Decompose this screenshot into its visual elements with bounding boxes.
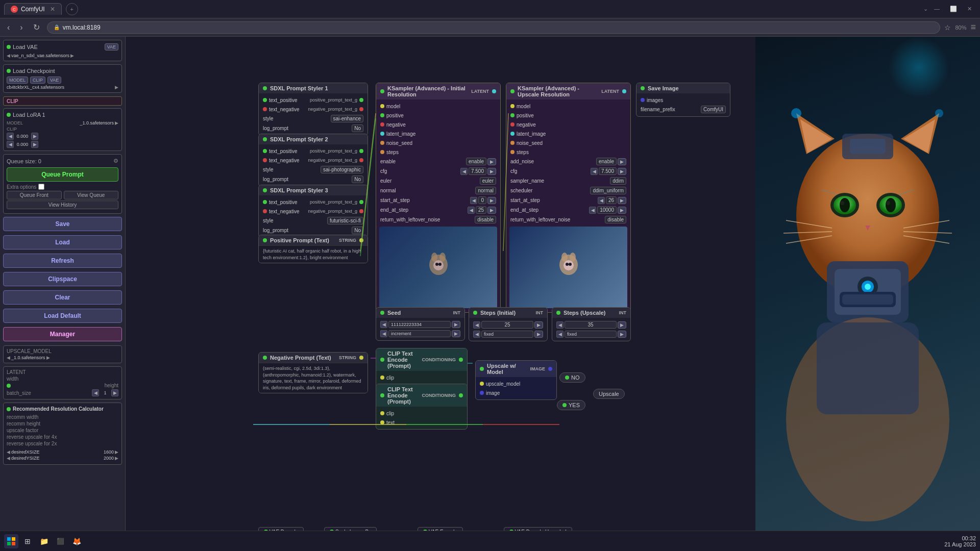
lora-val1-dec[interactable]: ◀: [7, 133, 14, 140]
start-button[interactable]: [4, 534, 18, 548]
clipspace-button[interactable]: Clipspace: [3, 272, 122, 286]
svg-point-36: [886, 201, 890, 205]
steps2-dec[interactable]: ◀: [556, 321, 564, 329]
k1-cfg-inc[interactable]: ▶: [487, 168, 496, 175]
k1-end-inc[interactable]: ▶: [487, 207, 496, 214]
maximize-button[interactable]: ⬜: [946, 5, 961, 13]
load-button[interactable]: Load: [3, 235, 122, 249]
new-tab-button[interactable]: +: [66, 3, 78, 15]
desiredx-next[interactable]: ▶: [115, 449, 118, 455]
yes-button[interactable]: YES: [557, 400, 585, 410]
sdxl2-neg-out-port: [359, 158, 363, 162]
k2-cfg-dec[interactable]: ◀: [591, 168, 598, 175]
checkpoint-next[interactable]: ▶: [115, 85, 118, 90]
minimize-button[interactable]: —: [930, 5, 944, 13]
active-tab[interactable]: C ComfyUI ✕: [4, 3, 62, 15]
k1-start-inc[interactable]: ▶: [487, 197, 496, 204]
manager-button[interactable]: Manager: [3, 327, 122, 341]
upscale-lora-row: ◀ _1.0.safetensors ▶: [7, 355, 118, 361]
k2-end-dec[interactable]: ◀: [589, 207, 596, 214]
svg-rect-54: [7, 542, 11, 545]
save-button[interactable]: Save: [3, 217, 122, 231]
save-prefix-value[interactable]: ComfyUI: [701, 106, 726, 113]
reload-button[interactable]: ↻: [30, 21, 43, 33]
clear-button[interactable]: Clear: [3, 290, 122, 305]
gear-icon[interactable]: ⚙: [113, 158, 118, 164]
k2-cfg-inc[interactable]: ▶: [618, 168, 626, 175]
steps2-inc[interactable]: ▶: [618, 321, 626, 329]
steps1-inc[interactable]: ▶: [534, 321, 543, 329]
seed-inc[interactable]: ▶: [452, 321, 460, 328]
tab-close[interactable]: ✕: [50, 6, 55, 13]
upscale-prev[interactable]: ◀: [7, 355, 10, 360]
sdxl2-log-value[interactable]: No: [352, 176, 363, 183]
refresh-button[interactable]: Refresh: [3, 254, 122, 268]
k2-sampler-value[interactable]: ddim: [610, 177, 626, 185]
k1-sampler-value[interactable]: euler: [480, 177, 496, 185]
seed-ctrl-dec[interactable]: ◀: [380, 330, 387, 337]
seed-ctrl-inc[interactable]: ▶: [452, 330, 460, 337]
k2-start-inc[interactable]: ▶: [618, 197, 626, 204]
k1-return-value[interactable]: disable: [475, 216, 496, 223]
browser-menu[interactable]: ≡: [970, 22, 976, 33]
view-history-button[interactable]: View History: [7, 201, 118, 209]
k1-scheduler-value[interactable]: normal: [475, 187, 496, 194]
lora-val2-inc[interactable]: ▶: [31, 141, 38, 148]
k1-end-dec[interactable]: ◀: [468, 207, 475, 214]
steps2-ctrl-inc[interactable]: ▶: [618, 331, 626, 338]
k1-latent-label: latent_image: [386, 131, 415, 137]
lora-next[interactable]: ▶: [115, 120, 118, 126]
view-queue-button[interactable]: View Queue: [64, 191, 119, 199]
steps1-dec[interactable]: ◀: [473, 321, 480, 329]
lora-val2-dec[interactable]: ◀: [7, 141, 14, 148]
close-button[interactable]: ✕: [963, 5, 976, 13]
k1-addnoise-toggle[interactable]: ▶: [487, 158, 496, 165]
batch-dec[interactable]: ◀: [92, 389, 99, 396]
sdxl1-log-value[interactable]: No: [352, 124, 363, 132]
address-bar[interactable]: 🔒 vm.local:8189: [47, 21, 941, 34]
forward-button[interactable]: ›: [17, 22, 26, 33]
taskbar-search[interactable]: ⊞: [20, 534, 35, 548]
extra-options-checkbox[interactable]: [38, 184, 44, 190]
seed-dec[interactable]: ◀: [380, 321, 387, 328]
batch-inc[interactable]: ▶: [111, 389, 118, 396]
sdxl3-style-value[interactable]: futuristic-sci-fi: [327, 217, 363, 224]
k1-addnoise-value[interactable]: enable: [466, 158, 486, 165]
bookmark-icon[interactable]: ☆: [944, 23, 951, 32]
desiredx-prev[interactable]: ◀: [7, 449, 10, 455]
steps2-ctrl-dec[interactable]: ◀: [556, 331, 564, 338]
steps1-ctrl-inc[interactable]: ▶: [534, 331, 543, 338]
k1-return-label: return_with_leftover_noise: [380, 217, 440, 222]
upscale-label-btn[interactable]: Upscale: [593, 389, 625, 399]
sdxl1-style-value[interactable]: sai-enhance: [331, 115, 363, 122]
k2-return-value[interactable]: disable: [605, 216, 626, 223]
k1-cfg-dec[interactable]: ◀: [460, 168, 468, 175]
load-checkpoint-node: Load Checkpoint MODEL CLIP VAE cb4tckbrX…: [3, 64, 122, 93]
vae-prev-btn[interactable]: ◀: [7, 53, 10, 58]
queue-prompt-button[interactable]: Queue Prompt: [7, 167, 118, 182]
k2-addnoise-toggle[interactable]: ▶: [618, 158, 626, 165]
load-default-button[interactable]: Load Default: [3, 309, 122, 323]
upscale-next[interactable]: ▶: [46, 355, 50, 360]
svg-point-15: [566, 263, 569, 266]
taskbar-file-explorer[interactable]: 📁: [37, 534, 51, 548]
taskbar-browser[interactable]: 🦊: [69, 534, 84, 548]
k2-scheduler-value[interactable]: ddim_uniform: [590, 187, 626, 194]
no-button[interactable]: NO: [559, 372, 585, 383]
steps1-ctrl-dec[interactable]: ◀: [473, 331, 480, 338]
queue-front-button[interactable]: Queue Front: [7, 191, 62, 199]
sdxl3-log-value[interactable]: No: [352, 227, 363, 234]
desiredy-prev[interactable]: ◀: [7, 456, 10, 461]
zoom-level[interactable]: 80%: [955, 24, 966, 31]
back-button[interactable]: ‹: [4, 22, 13, 33]
sdxl2-style-value[interactable]: sai-photographic: [321, 166, 363, 173]
desiredy-next[interactable]: ▶: [115, 456, 118, 461]
taskbar-terminal[interactable]: ⬛: [53, 534, 67, 548]
k1-start-dec[interactable]: ◀: [470, 197, 477, 204]
vae-next-btn[interactable]: ▶: [70, 53, 74, 58]
tab-menu[interactable]: ⌄: [923, 6, 928, 12]
lora-val1-inc[interactable]: ▶: [31, 133, 38, 140]
k2-addnoise-value[interactable]: enable: [596, 158, 617, 165]
k2-start-dec[interactable]: ◀: [598, 197, 605, 204]
k2-end-inc[interactable]: ▶: [618, 207, 626, 214]
